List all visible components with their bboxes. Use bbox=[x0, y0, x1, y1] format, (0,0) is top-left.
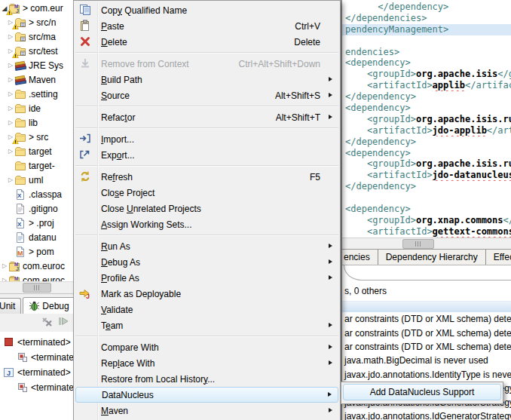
menu-item-copy-qualified-name[interactable]: Copy Qualified Name bbox=[74, 2, 340, 18]
code-line: <groupId>org.apache.isis.run bbox=[345, 114, 511, 125]
menu-item-refactor[interactable]: RefactorAlt+Shift+T bbox=[74, 109, 340, 125]
problem-row[interactable]: javax.jdo.annotations.IdGeneratorStrateg… bbox=[342, 409, 511, 420]
tree-item-com-eur[interactable]: ◢MJ> com.eur bbox=[0, 1, 73, 15]
tree-item-uml[interactable]: ▷uml bbox=[0, 173, 73, 187]
expand-arrow-icon[interactable]: ▷ bbox=[7, 148, 14, 155]
menu-item-compare-with[interactable]: Compare With bbox=[74, 339, 340, 355]
tree-item-maven[interactable]: ▷Maven bbox=[0, 72, 73, 87]
problem-row[interactable]: javax.jdo.annotations.IdentityType is ne… bbox=[342, 368, 511, 382]
problems-summary: s, 0 others bbox=[344, 286, 387, 296]
launch-item-terminated[interactable]: <terminate bbox=[0, 350, 73, 365]
expand-arrow-icon[interactable]: ▷ bbox=[7, 119, 14, 127]
editor-page-tab-dependency-hierarchy[interactable]: Dependency Hierarchy bbox=[378, 250, 486, 265]
launch-item-terminated[interactable]: <terminated> bbox=[0, 335, 73, 350]
tree-item-ide[interactable]: ▷ide bbox=[0, 101, 73, 115]
paste-icon bbox=[79, 20, 91, 32]
menu-item-delete[interactable]: DeleteDelete bbox=[74, 34, 340, 50]
tree-item-datanu[interactable]: datanu bbox=[0, 230, 73, 244]
editor-page-tab-encies[interactable]: encies bbox=[342, 250, 378, 265]
expand-arrow-icon[interactable]: ▷ bbox=[7, 33, 14, 41]
tree-item-classpa[interactable]: X.classpa bbox=[0, 187, 73, 201]
resume-button[interactable] bbox=[57, 315, 69, 327]
menu-item-validate[interactable]: Validate bbox=[74, 302, 340, 317]
menu-item-restore-from-local-history[interactable]: Restore from Local History... bbox=[74, 371, 340, 387]
expand-arrow-icon[interactable]: ▷ bbox=[7, 176, 14, 184]
menu-item-debug-as[interactable]: Debug As bbox=[74, 254, 340, 270]
submenu-item-add-datanucleus-support[interactable]: Add DataNucleus Support bbox=[343, 384, 501, 400]
expand-arrow-icon[interactable]: ▷ bbox=[1, 262, 8, 270]
menu-item-refresh[interactable]: RefreshF5 bbox=[74, 169, 340, 185]
tree-item-target[interactable]: target- bbox=[0, 158, 73, 173]
menu-item-build-path[interactable]: Build Path bbox=[74, 72, 340, 87]
code-line bbox=[345, 192, 511, 204]
expand-arrow-icon[interactable]: ▷ bbox=[7, 76, 14, 84]
menu-item-team[interactable]: Team bbox=[74, 317, 340, 333]
tree-item-proj[interactable]: X> .proj bbox=[0, 216, 73, 230]
menu-item-label: DataNucleus bbox=[102, 390, 154, 400]
launch-item-label: <terminate bbox=[31, 382, 73, 393]
problem-row[interactable]: ar constraints (DTD or XML schema) detec… bbox=[342, 312, 511, 326]
problems-tab-line bbox=[364, 280, 511, 281]
remove-all-terminated-button[interactable] bbox=[41, 315, 54, 327]
tree-item-target[interactable]: ▷target bbox=[0, 144, 73, 158]
problems-tab-curve bbox=[344, 265, 364, 281]
launch-item-label: <terminate bbox=[31, 352, 73, 363]
folder-icon bbox=[14, 160, 26, 172]
editor-hscrollbar[interactable] bbox=[342, 238, 511, 249]
library-icon bbox=[14, 60, 26, 72]
tree-item-src-test[interactable]: ▷src/test bbox=[0, 44, 73, 58]
launch-item-terminated[interactable]: <terminate bbox=[0, 380, 73, 395]
tree-item-com-euroc[interactable]: ▷MJcom.euroc bbox=[0, 273, 73, 281]
submenu-item-label: Add DataNucleus Support bbox=[370, 387, 475, 397]
problem-row-text: javax.jdo.annotations.IdGeneratorStrateg… bbox=[344, 411, 511, 420]
scrollbar-thumb[interactable] bbox=[23, 283, 51, 293]
menu-item-label: Source bbox=[101, 90, 130, 101]
tab-debug[interactable]: Debug bbox=[23, 297, 73, 314]
tree-item-label: > pom bbox=[29, 247, 54, 257]
menu-item-datanucleus[interactable]: DataNucleus bbox=[75, 387, 338, 403]
editor-page-tab-effective-p[interactable]: Effective P bbox=[486, 250, 511, 265]
svg-text:M: M bbox=[17, 249, 23, 256]
expand-arrow-icon[interactable]: ▷ bbox=[7, 90, 14, 98]
package-explorer-hscrollbar[interactable] bbox=[0, 281, 73, 293]
menu-item-close-project[interactable]: Close Project bbox=[74, 185, 340, 201]
expand-arrow-icon[interactable]: ▷ bbox=[7, 105, 14, 112]
menu-item-source[interactable]: SourceAlt+Shift+S bbox=[74, 87, 340, 103]
submenu-arrow-icon bbox=[329, 360, 332, 365]
maven-project-icon: MJ bbox=[8, 274, 20, 282]
code-line: <dependency> bbox=[345, 148, 511, 159]
scrollbar-thumb[interactable] bbox=[402, 239, 434, 249]
menu-item-close-unrelated-projects[interactable]: Close Unrelated Projects bbox=[74, 201, 340, 216]
tree-item-src[interactable]: ▷> src bbox=[0, 130, 73, 144]
menu-item-label: Mark as Deployable bbox=[101, 289, 181, 299]
src-folder-icon bbox=[14, 31, 26, 43]
tree-item-src-n[interactable]: ▷> src/n bbox=[0, 15, 73, 29]
menu-item-mark-as-deployable[interactable]: JMark as Deployable bbox=[74, 286, 340, 302]
datanucleus-submenu: Add DataNucleus Support bbox=[341, 382, 503, 404]
tree-item-com-euroc[interactable]: ▷MJcom.euroc bbox=[0, 259, 73, 273]
menu-item-replace-with[interactable]: Replace With bbox=[74, 355, 340, 371]
problems-selected-row[interactable] bbox=[342, 301, 511, 312]
tree-item-setting[interactable]: ▷.setting bbox=[0, 87, 73, 101]
tree-item-gitigno[interactable]: .gitigno bbox=[0, 201, 73, 216]
menu-item-run-as[interactable]: Run As bbox=[74, 238, 340, 254]
menu-item-import[interactable]: Import... bbox=[74, 131, 340, 147]
svg-text:J: J bbox=[16, 266, 19, 271]
menu-item-export[interactable]: Export... bbox=[74, 147, 340, 163]
tree-item-jre-sys[interactable]: ▷JRE Sys bbox=[0, 58, 73, 72]
warning-overlay-icon bbox=[12, 138, 19, 145]
tree-item-src-ma[interactable]: ▷src/ma bbox=[0, 29, 73, 44]
expand-arrow-icon[interactable]: ▷ bbox=[7, 62, 14, 69]
tab-unit[interactable]: Unit bbox=[0, 298, 21, 314]
problem-row[interactable]: java.math.BigDecimal is never used bbox=[342, 354, 511, 367]
problem-row[interactable]: ar constraints (DTD or XML schema) detec… bbox=[342, 326, 511, 339]
tree-item-pom[interactable]: M> pom bbox=[0, 244, 73, 259]
menu-item-assign-working-sets[interactable]: Assign Working Sets... bbox=[74, 216, 340, 232]
launch-item-terminated[interactable]: J<terminated> bbox=[0, 365, 73, 380]
menu-item-paste[interactable]: PasteCtrl+V bbox=[74, 18, 340, 34]
pom-xml-editor[interactable]: </dependency></dependencies>pendencyMana… bbox=[342, 0, 511, 238]
tree-item-lib[interactable]: ▷lib bbox=[0, 115, 73, 130]
menu-item-profile-as[interactable]: Profile As bbox=[74, 270, 340, 286]
problem-row[interactable]: ar constraints (DTD or XML schema) detec… bbox=[342, 340, 511, 354]
menu-item-maven[interactable]: Maven bbox=[74, 403, 340, 418]
